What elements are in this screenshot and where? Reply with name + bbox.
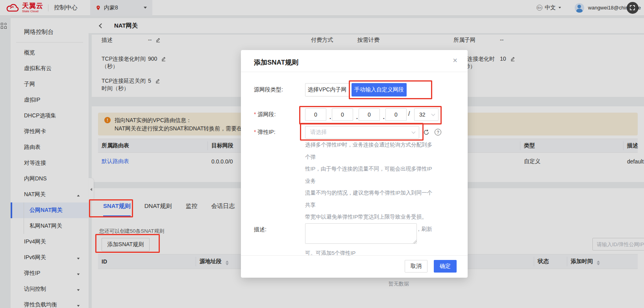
dialog-title: 添加SNAT规则 — [254, 58, 298, 67]
source-type-label: 源网段类型: — [254, 86, 283, 93]
divider — [241, 72, 468, 72]
octet-dot: . — [356, 114, 358, 120]
description-label: 描述: — [254, 226, 266, 233]
refresh-icon[interactable] — [423, 129, 430, 136]
eip-label: 弹性IP: — [254, 129, 276, 136]
chevron-down-icon — [431, 112, 435, 116]
divider — [241, 255, 468, 256]
chevron-down-icon — [412, 130, 416, 134]
manual-custom-cidr-button[interactable]: 手动输入自定义网段 — [352, 83, 407, 96]
cidr-octet-4-input[interactable] — [385, 108, 407, 121]
cidr-octet-2-input[interactable] — [332, 108, 353, 121]
confirm-button[interactable]: 确定 — [434, 260, 457, 273]
source-cidr-label: 源网段: — [254, 111, 276, 118]
cidr-mask-select[interactable]: 32 — [414, 108, 439, 121]
cancel-button[interactable]: 取消 — [405, 260, 427, 273]
description-textarea[interactable] — [305, 223, 417, 244]
eip-select[interactable]: 请选择 — [305, 126, 419, 139]
cidr-octet-1-input[interactable] — [305, 108, 326, 121]
help-icon[interactable]: ? — [435, 129, 441, 135]
select-vpc-subnet-button[interactable]: 选择VPC内子网 — [305, 83, 349, 96]
octet-dot: . — [383, 114, 385, 120]
cidr-separator: / — [408, 110, 410, 117]
close-icon[interactable]: × — [453, 56, 457, 64]
octet-dot: . — [329, 114, 331, 120]
cidr-octet-3-input[interactable] — [359, 108, 380, 121]
add-snat-rule-dialog: 添加SNAT规则 × 源网段类型: 选择VPC内子网 手动输入自定义网段 源网段… — [241, 50, 468, 278]
